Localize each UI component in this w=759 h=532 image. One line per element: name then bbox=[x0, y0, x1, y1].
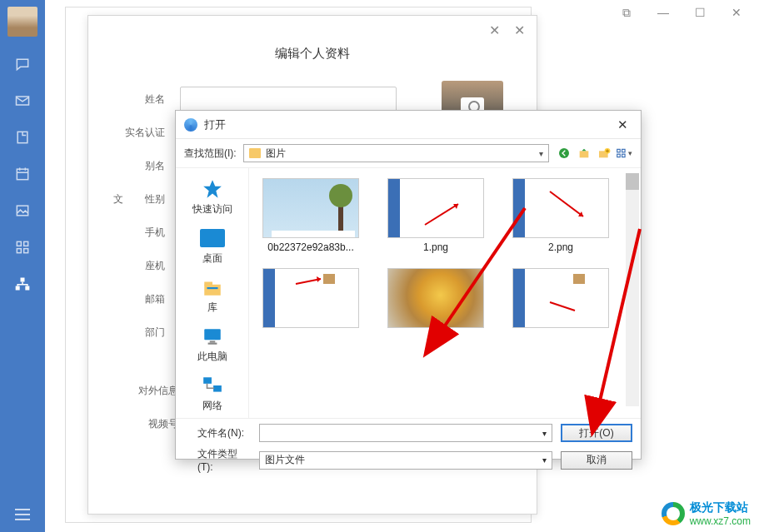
avatar[interactable] bbox=[7, 7, 37, 37]
place-quickaccess[interactable]: 快速访问 bbox=[192, 175, 232, 219]
label-landline: 座机 bbox=[113, 259, 180, 273]
open-file-dialog: 打开 ✕ 查找范围(I): 图片 ▾ ▾ bbox=[175, 110, 642, 460]
svg-rect-17 bbox=[617, 154, 621, 157]
label-alias: 别名 bbox=[113, 159, 180, 173]
svg-rect-24 bbox=[209, 341, 215, 342]
file-item[interactable]: 2.png bbox=[511, 178, 611, 253]
svg-rect-7 bbox=[24, 249, 28, 253]
filetype-value: 图片文件 bbox=[265, 453, 305, 467]
nav-up-icon[interactable] bbox=[576, 145, 592, 162]
doc-icon[interactable] bbox=[13, 128, 32, 147]
place-desktop[interactable]: 桌面 bbox=[198, 224, 227, 268]
label-extra: 文 bbox=[113, 192, 135, 206]
file-thumbnail bbox=[387, 268, 484, 328]
label-gender: 性别 bbox=[135, 192, 180, 206]
label-name: 姓名 bbox=[113, 92, 180, 107]
file-thumbnail bbox=[262, 178, 359, 238]
label-email: 邮箱 bbox=[113, 292, 180, 306]
places-bar: 快速访问 桌面 库 此电脑 网络 bbox=[176, 168, 249, 418]
svg-rect-6 bbox=[17, 249, 21, 253]
maximize-button[interactable]: ☐ bbox=[687, 0, 712, 25]
open-button[interactable]: 打开(O) bbox=[561, 424, 632, 442]
svg-rect-3 bbox=[17, 206, 27, 216]
dialog-title: 打开 bbox=[204, 117, 226, 132]
minimize-button[interactable]: — bbox=[651, 0, 676, 25]
place-thispc[interactable]: 此电脑 bbox=[197, 322, 227, 366]
file-item[interactable] bbox=[261, 268, 361, 331]
svg-rect-21 bbox=[204, 282, 212, 286]
place-network-label: 网络 bbox=[202, 399, 222, 413]
svg-rect-23 bbox=[204, 329, 221, 340]
lookin-select[interactable]: 图片 ▾ bbox=[243, 144, 549, 162]
file-thumbnail bbox=[387, 178, 484, 238]
file-name: 0b22372e92a83b... bbox=[267, 241, 353, 253]
file-item-selected[interactable] bbox=[386, 268, 486, 331]
org-icon[interactable] bbox=[13, 275, 32, 293]
svg-line-33 bbox=[550, 191, 583, 216]
file-item[interactable]: 1.png bbox=[386, 178, 486, 253]
svg-rect-12 bbox=[580, 151, 589, 157]
place-desktop-label: 桌面 bbox=[202, 251, 222, 266]
svg-rect-25 bbox=[207, 343, 217, 345]
nav-view-icon[interactable]: ▾ bbox=[616, 145, 632, 162]
folder-icon bbox=[249, 148, 261, 158]
nav-newfolder-icon[interactable] bbox=[596, 145, 612, 162]
filetype-label: 文件类型(T): bbox=[184, 447, 251, 473]
svg-point-29 bbox=[329, 184, 352, 207]
label-dept: 部门 bbox=[113, 326, 180, 340]
file-name: 2.png bbox=[548, 241, 573, 253]
place-thispc-label: 此电脑 bbox=[197, 350, 227, 364]
profile-close-button[interactable]: ✕ bbox=[514, 22, 525, 38]
file-item[interactable]: 0b22372e92a83b... bbox=[261, 178, 361, 253]
app-logo-icon bbox=[184, 118, 197, 132]
dialog-toolbar: 查找范围(I): 图片 ▾ ▾ bbox=[176, 139, 641, 168]
svg-rect-9 bbox=[16, 286, 20, 291]
dialog-close-button[interactable]: ✕ bbox=[612, 115, 632, 135]
multiwindow-button[interactable]: ⧉ bbox=[614, 0, 639, 25]
file-scrollbar[interactable] bbox=[626, 173, 639, 406]
chevron-down-icon: ▾ bbox=[539, 149, 543, 158]
close-button[interactable]: ✕ bbox=[724, 0, 749, 25]
svg-marker-19 bbox=[203, 180, 222, 198]
profile-title: 编辑个人资料 bbox=[275, 46, 350, 62]
file-list: 0b22372e92a83b... 1.png 2.png bbox=[249, 168, 641, 418]
svg-rect-8 bbox=[21, 278, 25, 282]
lookin-label: 查找范围(I): bbox=[184, 147, 237, 161]
menu-icon[interactable] bbox=[0, 509, 45, 520]
calendar-icon[interactable] bbox=[13, 165, 32, 183]
lookin-value: 图片 bbox=[266, 147, 286, 161]
svg-rect-37 bbox=[323, 274, 335, 284]
dialog-header: 打开 ✕ bbox=[176, 111, 641, 139]
image-icon[interactable] bbox=[13, 201, 32, 220]
filename-input[interactable]: ▾ bbox=[259, 424, 552, 442]
svg-rect-16 bbox=[622, 149, 626, 152]
svg-rect-18 bbox=[622, 154, 626, 157]
file-item[interactable] bbox=[511, 268, 611, 331]
filetype-select[interactable]: 图片文件 ▾ bbox=[259, 451, 552, 470]
mail-icon[interactable] bbox=[13, 92, 32, 110]
place-network[interactable]: 网络 bbox=[198, 371, 227, 415]
nav-back-icon[interactable] bbox=[556, 145, 572, 162]
label-mobile: 手机 bbox=[113, 226, 180, 240]
svg-rect-38 bbox=[573, 274, 585, 284]
chat-icon[interactable] bbox=[13, 55, 32, 73]
cancel-button[interactable]: 取消 bbox=[561, 451, 632, 470]
chevron-down-icon: ▾ bbox=[542, 455, 547, 465]
svg-rect-10 bbox=[25, 286, 29, 291]
file-name: 1.png bbox=[423, 241, 448, 253]
svg-rect-22 bbox=[207, 287, 217, 289]
filename-label: 文件名(N): bbox=[184, 426, 251, 440]
input-name[interactable] bbox=[180, 87, 397, 112]
place-libraries-label: 库 bbox=[207, 301, 217, 315]
profile-detach-button[interactable]: ✕ bbox=[489, 22, 500, 38]
svg-rect-30 bbox=[272, 231, 355, 237]
watermark-logo-icon bbox=[662, 502, 685, 525]
place-libraries[interactable]: 库 bbox=[198, 273, 227, 317]
svg-line-35 bbox=[296, 279, 321, 284]
watermark-url: www.xz7.com bbox=[690, 515, 751, 527]
dialog-footer: 文件名(N): ▾ 打开(O) 文件类型(T): 图片文件 ▾ 取消 bbox=[176, 418, 641, 478]
apps-icon[interactable] bbox=[13, 238, 32, 256]
file-thumbnail bbox=[262, 268, 359, 328]
file-thumbnail bbox=[512, 178, 609, 238]
svg-rect-5 bbox=[24, 241, 28, 246]
